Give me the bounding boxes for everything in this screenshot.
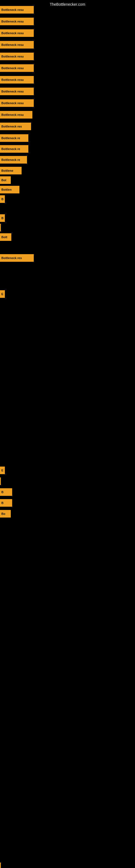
separator-line <box>0 863 1 868</box>
bottleneck-item[interactable]: Bottleneck res <box>0 254 34 262</box>
bottleneck-item[interactable]: Bottleneck resu <box>0 53 34 60</box>
bottleneck-item[interactable]: B <box>0 488 12 496</box>
bottleneck-item[interactable]: B <box>0 499 12 507</box>
separator-line <box>0 224 1 231</box>
bottleneck-item[interactable]: Bot <box>0 176 11 184</box>
bottleneck-item[interactable]: Bottleneck resu <box>0 99 34 107</box>
bottleneck-item[interactable]: Bottlen <box>0 186 19 193</box>
bottleneck-item[interactable]: Bottleneck re <box>0 134 28 142</box>
bottleneck-item[interactable]: Bottleneck res <box>0 123 31 130</box>
bottleneck-item[interactable]: E <box>0 290 5 298</box>
bottleneck-item[interactable]: Bottleneck resu <box>0 6 34 13</box>
bottleneck-item[interactable]: B <box>0 195 5 203</box>
bottleneck-item[interactable]: Bottleneck resu <box>0 111 32 119</box>
bottleneck-item[interactable]: Bottleneck re <box>0 156 27 163</box>
bottleneck-item[interactable]: Bottleneck resu <box>0 64 34 72</box>
bottleneck-item[interactable]: E <box>0 467 5 474</box>
bottleneck-item[interactable]: Bottleneck resu <box>0 88 34 95</box>
bottleneck-item[interactable]: Bottleneck resu <box>0 76 34 84</box>
bottleneck-item[interactable]: Bo <box>0 510 11 518</box>
bottleneck-item[interactable]: Bott <box>0 233 11 241</box>
bottleneck-item[interactable]: B <box>0 214 5 222</box>
separator-line <box>0 477 1 485</box>
bottleneck-item[interactable]: Bottleneck re <box>0 145 28 153</box>
bottleneck-item[interactable]: Bottleneck resu <box>0 29 34 37</box>
bottleneck-item[interactable]: Bottlene <box>0 167 21 175</box>
bottleneck-item[interactable]: Bottleneck resu <box>0 41 34 49</box>
bottleneck-item[interactable]: Bottleneck resu <box>0 18 34 25</box>
